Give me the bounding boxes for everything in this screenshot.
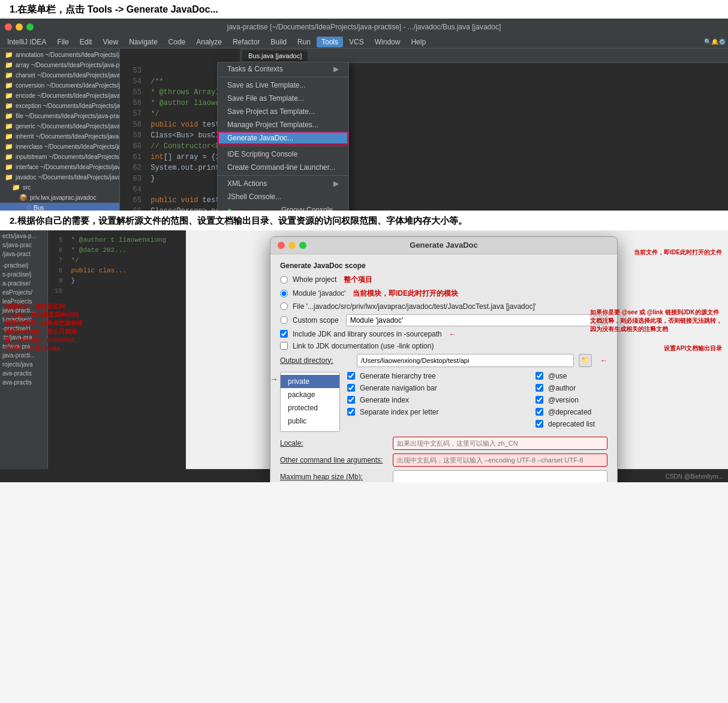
menu-item-view[interactable]: View	[98, 37, 123, 47]
other-args-label: Other command line arguments:	[280, 456, 388, 464]
menu-item-navigate[interactable]: Navigate	[124, 37, 162, 47]
cb-version-input[interactable]	[536, 396, 543, 404]
output-dir-browse-btn[interactable]: 📁	[579, 354, 592, 367]
minimize-btn[interactable]	[16, 23, 23, 31]
locale-input[interactable]	[393, 437, 607, 450]
cb-index-label: Generate index	[360, 396, 409, 404]
folder-icon: 📁	[5, 102, 13, 110]
menu-generate-javadoc[interactable]: Generate JavaDoc...	[218, 131, 348, 145]
other-args-input[interactable]	[393, 453, 607, 467]
custom-scope-input[interactable]	[346, 314, 591, 326]
cb-hierarchy-tree: Generate hierarchy tree	[347, 372, 528, 380]
menu-item-code[interactable]: Code	[164, 37, 191, 47]
sidebar-item-interface[interactable]: 📁 interface ~/Documents/IdeaProjects/jav…	[0, 162, 119, 172]
menu-save-live[interactable]: Save as Live Template...	[218, 79, 348, 92]
sidebar-item-exception[interactable]: 📁 exception ~/Documents/IdeaProjects/jav…	[0, 101, 119, 111]
include-jdk-label: Include JDK and library sources in -sour…	[293, 330, 442, 338]
cb-deprecated-input[interactable]	[536, 408, 543, 416]
cb-use-input[interactable]	[536, 372, 543, 380]
cb-separate-index-input[interactable]	[347, 408, 355, 416]
sidebar-item-inputstream[interactable]: 📁 inputstream ~/Documents/IdeaProjects/j…	[0, 152, 119, 162]
output-dir-input[interactable]	[357, 354, 574, 367]
cb-author-input[interactable]	[536, 384, 543, 392]
folder-icon: 📁	[5, 61, 13, 69]
cb-deprecated-list: deprecated list	[536, 420, 607, 428]
menu-manage-templates[interactable]: Manage Project Templates...	[218, 118, 348, 131]
code-area: Bus.java [javadoc] 53 54 /** 55 * @throw…	[120, 49, 728, 211]
locale-row: Locale:	[280, 437, 607, 450]
max-heap-input[interactable]	[393, 470, 607, 482]
menu-item-intellij[interactable]: IntelliJ IDEA	[2, 37, 51, 47]
dialog-close-btn[interactable]	[278, 242, 285, 249]
menu-item-build[interactable]: Build	[266, 37, 291, 47]
tab-bar: Bus.java [javadoc]	[240, 49, 728, 63]
sidebar-item-generic[interactable]: 📁 generic ~/Documents/IdeaProjects/java-…	[0, 121, 119, 131]
scope-item-private[interactable]: private	[281, 375, 339, 388]
radio-custom-input[interactable]	[280, 316, 288, 324]
scope-item-public[interactable]: public	[281, 414, 339, 428]
arrow-jdk: ←	[449, 330, 456, 338]
menu-item-analyze[interactable]: Analyze	[191, 37, 227, 47]
menu-item-help[interactable]: Help	[406, 37, 431, 47]
include-jdk-checkbox[interactable]	[280, 330, 288, 338]
folder-icon: 📁	[5, 112, 13, 120]
sidebar-item-src[interactable]: 📁 src	[0, 182, 119, 193]
menu-tasks[interactable]: Tasks & Contexts ▶	[218, 62, 348, 76]
menu-save-file[interactable]: Save File as Template...	[218, 92, 348, 105]
sidebar-item-file[interactable]: 📁 file ~/Documents/IdeaProjects/java-pra…	[0, 111, 119, 121]
radio-whole-project-input[interactable]	[280, 276, 288, 284]
link-jdk-row: Link to JDK documentation (use -link opt…	[280, 342, 607, 350]
radio-module-input[interactable]	[280, 290, 288, 298]
menu-ide-scripting[interactable]: IDE Scripting Console	[218, 148, 348, 161]
link-jdk-checkbox[interactable]	[280, 342, 288, 350]
sidebar-item-encode[interactable]: 📁 encode ~/Documents/IdeaProjects/java-p…	[0, 91, 119, 101]
scope-title: Generate JavaDoc scope	[280, 262, 607, 270]
menu-item-vcs[interactable]: VCS	[344, 37, 369, 47]
menu-item-tools[interactable]: Tools	[317, 37, 343, 47]
sidebar-item-annotation[interactable]: 📁 annotation ~/Documents/IdeaProjects/ja…	[0, 50, 119, 60]
sidebar-item-charset[interactable]: 📁 charset ~/Documents/IdeaProjects/java-…	[0, 70, 119, 80]
sidebar-item-inherrit[interactable]: 📁 inherrit ~/Documents/IdeaProjects/java…	[0, 131, 119, 142]
sidebar-item-conversion[interactable]: 📁 conversion ~/Documents/IdeaProjects/ja…	[0, 80, 119, 91]
cb-deprecated: @deprecated	[536, 408, 607, 416]
tab-bus[interactable]: Bus.java [javadoc]	[242, 50, 308, 61]
cb-deprecated-list-input[interactable]	[536, 420, 543, 428]
menu-groovy[interactable]: ● Groovy Console...	[218, 203, 348, 211]
maximize-btn[interactable]	[26, 23, 34, 31]
separator2	[218, 146, 348, 146]
radio-file: File '...javadoc/src/priv/lwx/javaprac/j…	[280, 302, 607, 311]
scope-item-protected[interactable]: protected	[281, 401, 339, 414]
menu-item-run[interactable]: Run	[293, 37, 315, 47]
folder-icon: 📦	[19, 194, 28, 202]
cb-hierarchy-tree-input[interactable]	[347, 372, 355, 380]
sidebar-item-innerclass[interactable]: 📁 innerclass ~/Documents/IdeaProjects/ja…	[0, 142, 119, 152]
dialog-min-btn[interactable]	[288, 242, 296, 249]
radio-module-label: Module 'javadoc' 当前模块，即IDE此时打开的模块	[293, 289, 458, 299]
sidebar-item-array[interactable]: 📁 array ~/Documents/IdeaProjects/java-pr…	[0, 60, 119, 70]
close-btn[interactable]	[5, 23, 12, 31]
menu-jshell[interactable]: JShell Console...	[218, 190, 348, 203]
dialog-titlebar: Generate JavaDoc	[270, 237, 617, 254]
menu-create-launcher[interactable]: Create Command-line Launcher...	[218, 161, 348, 174]
ide2-sidebar-item: /java-pract	[0, 250, 47, 259]
menu-item-file[interactable]: File	[52, 37, 73, 47]
separator3	[218, 175, 348, 176]
dialog-title: Generate JavaDoc	[410, 241, 477, 250]
folder-icon: 📁	[5, 173, 13, 181]
cb-index-input[interactable]	[347, 396, 355, 404]
sidebar-item-javadoc[interactable]: 📁 javadoc ~/Documents/IdeaProjects/java-…	[0, 172, 119, 182]
dialog-max-btn[interactable]	[299, 242, 306, 249]
radio-file-input[interactable]	[280, 302, 288, 310]
locale-label: Locale:	[280, 439, 388, 447]
toolbar-icons: 🔍🔔⚙️	[704, 38, 726, 45]
sidebar-item-package[interactable]: 📦 priv.lwx.javaprac.javadoc	[0, 193, 119, 203]
menu-item-edit[interactable]: Edit	[75, 37, 97, 47]
menu-item-refactor[interactable]: Refactor	[228, 37, 264, 47]
menu-item-window[interactable]: Window	[370, 37, 405, 47]
cb-nav-bar-input[interactable]	[347, 384, 355, 392]
dialog-main-content: private package protected public Generat…	[280, 372, 607, 432]
menu-xml[interactable]: XML Actions ▶	[218, 177, 348, 190]
sidebar-item-bus[interactable]: © Bus	[0, 203, 119, 211]
scope-item-package[interactable]: package	[281, 388, 339, 401]
menu-save-project[interactable]: Save Project as Template...	[218, 105, 348, 118]
